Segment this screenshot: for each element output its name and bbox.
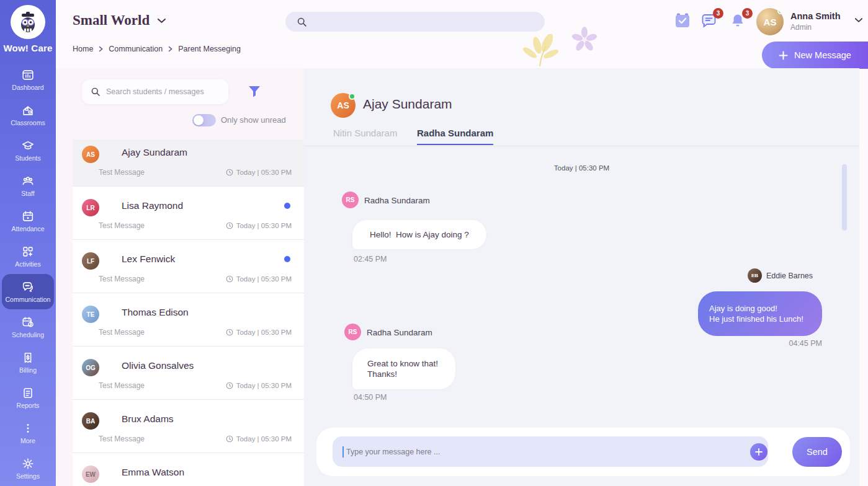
student-avatar: TE bbox=[82, 306, 99, 323]
conversation-item-lex-fenwick[interactable]: LF Lex Fenwick Test Message Today | 05:3… bbox=[73, 240, 304, 293]
conversation-time: Today | 05:30 PM bbox=[226, 275, 292, 283]
clock-icon bbox=[226, 275, 233, 283]
message-time: 04:50 PM bbox=[354, 393, 387, 402]
sidebar-item-label: More bbox=[20, 437, 35, 444]
conversation-time-text: Today | 05:30 PM bbox=[236, 169, 292, 176]
school-selector[interactable]: Small World bbox=[73, 12, 166, 29]
clock-icon bbox=[226, 435, 233, 443]
conversation-time: Today | 05:30 PM bbox=[226, 435, 292, 443]
brand-name: Wow! Care bbox=[3, 43, 52, 53]
user-role: Admin bbox=[790, 23, 841, 32]
messages-badge: 3 bbox=[713, 8, 723, 19]
sidebar-item-label: Students bbox=[15, 154, 40, 162]
sidebar-item-label: Settings bbox=[16, 472, 40, 480]
school-name: Small World bbox=[73, 12, 150, 29]
conversation-item-lisa-raymond[interactable]: LR Lisa Raymond Test Message Today | 05:… bbox=[73, 187, 304, 240]
more-icon bbox=[21, 422, 35, 435]
conversation-preview: Test Message bbox=[99, 221, 145, 230]
conversation-time-text: Today | 05:30 PM bbox=[236, 222, 292, 229]
tasks-button[interactable] bbox=[674, 12, 692, 30]
conversation-preview: Test Message bbox=[99, 328, 145, 337]
conversation-item-emma-watson[interactable]: EW Emma Watson bbox=[73, 453, 304, 486]
dashboard-icon bbox=[21, 68, 35, 82]
students-icon bbox=[21, 139, 35, 152]
conversation-time: Today | 05:30 PM bbox=[226, 382, 292, 389]
message-input-wrapper[interactable] bbox=[333, 436, 768, 467]
conversation-search[interactable] bbox=[82, 79, 228, 104]
sender-avatar-rs: RS bbox=[344, 324, 361, 340]
conversation-item-olivia-gonsalves[interactable]: OG Olivia Gonsalves Test Message Today |… bbox=[73, 347, 304, 400]
user-menu[interactable]: AS Anna Smith Admin bbox=[756, 8, 863, 35]
plus-icon bbox=[755, 448, 763, 456]
breadcrumb: Home Communication Parent Messeging bbox=[73, 45, 241, 53]
sidebar-item-staff[interactable]: Staff bbox=[0, 168, 56, 203]
send-button[interactable]: Send bbox=[792, 437, 842, 467]
sidebar-item-dashboard[interactable]: Dashboard bbox=[0, 62, 56, 97]
breadcrumb-communication[interactable]: Communication bbox=[109, 45, 163, 53]
search-icon bbox=[297, 17, 307, 27]
message-input[interactable] bbox=[346, 448, 741, 456]
messages-button[interactable]: 3 bbox=[700, 12, 718, 30]
conversation-preview: Test Message bbox=[99, 435, 145, 443]
conversation-time-text: Today | 05:30 PM bbox=[236, 435, 292, 443]
conversation-time: Today | 05:30 PM bbox=[226, 329, 292, 336]
conversation-name: Brux Adams bbox=[122, 413, 292, 425]
sidebar-item-activities[interactable]: Activities bbox=[0, 239, 56, 274]
conversation-item-ajay-sundaram[interactable]: AS Ajay Sundaram Test Message Today | 05… bbox=[73, 139, 304, 187]
sidebar-item-communication[interactable]: Communication bbox=[2, 274, 54, 309]
attach-button[interactable] bbox=[750, 443, 767, 461]
conversation-name: Olivia Gonsalves bbox=[122, 360, 292, 371]
clock-icon bbox=[226, 169, 233, 176]
conversation-item-brux-adams[interactable]: BA Brux Adams Test Message Today | 05:30… bbox=[73, 400, 304, 453]
message-time: 02:45 PM bbox=[354, 255, 387, 263]
conversation-list: AS Ajay Sundaram Test Message Today | 05… bbox=[73, 139, 304, 486]
conversation-search-input[interactable] bbox=[106, 87, 228, 96]
sender-avatar-eddie: EB bbox=[748, 268, 762, 283]
toggle-knob bbox=[194, 115, 204, 125]
chat-date-divider: Today | 05:30 PM bbox=[304, 164, 859, 172]
sidebar-item-reports[interactable]: Reports bbox=[0, 380, 56, 415]
chat-student-name: Ajay Sundaram bbox=[363, 97, 452, 112]
sidebar-item-scheduling[interactable]: Scheduling bbox=[0, 309, 56, 345]
sidebar-item-students[interactable]: Students bbox=[0, 133, 56, 168]
sidebar-item-more[interactable]: More bbox=[0, 415, 56, 451]
filter-button[interactable] bbox=[247, 84, 263, 100]
conversation-name: Lisa Raymond bbox=[122, 200, 292, 211]
global-search-input[interactable] bbox=[312, 17, 545, 27]
message-sender-name: Radha Sundaram bbox=[367, 328, 432, 337]
clock-icon bbox=[226, 222, 233, 229]
sidebar-item-classrooms[interactable]: Classrooms bbox=[0, 97, 56, 133]
notifications-badge: 3 bbox=[742, 8, 753, 19]
conversation-list-panel: Only show unread AS Ajay Sundaram Test M… bbox=[56, 68, 304, 486]
student-avatar: LF bbox=[82, 252, 99, 270]
sidebar-item-label: Scheduling bbox=[12, 331, 44, 338]
conversation-time-text: Today | 05:30 PM bbox=[236, 275, 292, 283]
chat-scrollbar[interactable] bbox=[842, 164, 847, 231]
new-message-button[interactable]: New Message bbox=[762, 42, 868, 69]
sidebar-item-label: Activities bbox=[15, 260, 40, 268]
app-logo-owl-icon bbox=[11, 5, 45, 39]
breadcrumb-current-page: Parent Messeging bbox=[178, 45, 241, 53]
notifications-button[interactable]: 3 bbox=[730, 12, 747, 30]
tab-radha-sundaram[interactable]: Radha Sundaram bbox=[417, 128, 493, 145]
sidebar-item-label: Dashboard bbox=[12, 84, 43, 91]
attendance-icon bbox=[21, 210, 35, 223]
unread-indicator-dot bbox=[284, 256, 290, 262]
breadcrumb-home[interactable]: Home bbox=[73, 45, 93, 53]
student-avatar: BA bbox=[82, 412, 99, 430]
billing-icon bbox=[21, 351, 35, 365]
tab-nitin-sundaram[interactable]: Nitin Sundaram bbox=[333, 128, 397, 138]
conversation-name: Emma Watson bbox=[122, 467, 292, 478]
global-search[interactable] bbox=[285, 12, 545, 32]
conversation-item-thomas-edison[interactable]: TE Thomas Edison Test Message Today | 05… bbox=[73, 293, 304, 347]
only-unread-toggle[interactable] bbox=[192, 114, 216, 126]
new-message-label: New Message bbox=[794, 50, 851, 60]
sidebar-item-settings[interactable]: Settings bbox=[0, 451, 56, 486]
sidebar-item-label: Classrooms bbox=[11, 119, 45, 126]
sidebar-item-label: Attendance bbox=[11, 225, 44, 232]
message-bubble: Great to know that! Thanks! bbox=[352, 348, 455, 389]
chevron-right-icon bbox=[168, 46, 172, 52]
sidebar-item-attendance[interactable]: Attendance bbox=[0, 203, 56, 239]
sidebar-item-billing[interactable]: Billing bbox=[0, 345, 56, 380]
staff-icon bbox=[21, 174, 35, 188]
